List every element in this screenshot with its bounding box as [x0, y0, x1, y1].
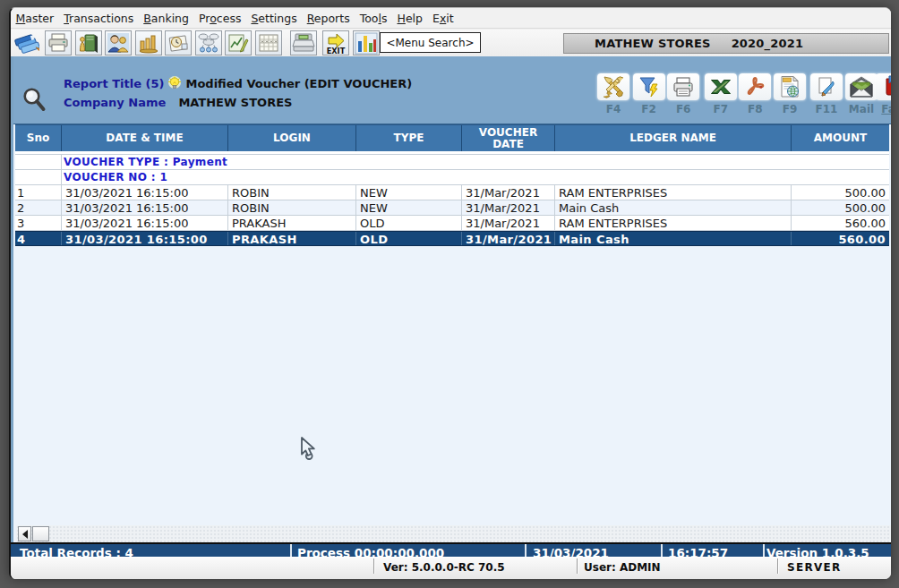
cell-type: NEW	[356, 185, 462, 200]
total-records: Total Records : 4	[20, 546, 133, 558]
group-row-voucher-no[interactable]: VOUCHER NO : 1	[15, 170, 889, 185]
print-report-icon[interactable]	[667, 73, 699, 100]
col-header-sno[interactable]: Sno	[15, 125, 62, 151]
status-bar-primary: Total Records : 4 Process 00:00:00.000 3…	[11, 542, 891, 557]
scrollbar-thumb[interactable]	[32, 526, 49, 541]
cell-sno: 2	[15, 200, 62, 215]
svg-text:EXIT: EXIT	[327, 47, 346, 55]
table-row-3[interactable]: 3 31/03/2021 16:15:00 PRAKASH OLD 31/Mar…	[15, 216, 889, 231]
users-icon[interactable]	[105, 30, 132, 55]
favorites-icon[interactable]	[876, 73, 891, 100]
cell-sno-empty	[15, 170, 62, 184]
report-panel: Report Title (5)Modified Voucher (EDIT V…	[11, 56, 891, 542]
excel-icon[interactable]	[705, 73, 737, 100]
cell-ledger: Main Cash	[555, 200, 792, 215]
scroll-left-button[interactable]	[18, 526, 31, 541]
col-header-voucherdate[interactable]: VOUCHER DATE	[462, 125, 555, 151]
menu-master[interactable]: Master	[11, 9, 59, 28]
scroll-left-arrow-icon	[22, 530, 28, 539]
print-icon[interactable]	[45, 30, 72, 55]
cell-sno-empty	[15, 155, 62, 169]
mail-icon[interactable]	[845, 73, 878, 100]
cell-ledger: Main Cash	[555, 232, 792, 245]
statusbar-separator	[763, 544, 765, 557]
chart-edit-icon[interactable]	[225, 30, 252, 55]
cell-datetime: 31/03/2021 16:15:00	[62, 185, 228, 200]
cell-login: PRAKASH	[228, 232, 356, 245]
table-row-4-selected[interactable]: 4 31/03/2021 16:15:00 PRAKASH OLD 31/Mar…	[15, 231, 889, 246]
fiscal-year: 2020_2021	[732, 37, 804, 50]
action-label-mail: Mail	[845, 103, 878, 115]
cell-datetime: 31/03/2021 16:15:00	[62, 232, 228, 245]
col-header-datetime[interactable]: DATE & TIME	[62, 125, 228, 151]
menu-reports[interactable]: Reports	[302, 9, 355, 28]
table-row-2[interactable]: 2 31/03/2021 16:15:00 ROBIN NEW 31/Mar/2…	[15, 200, 889, 216]
action-label-f4: F4	[597, 103, 629, 115]
cell-login: ROBIN	[228, 200, 356, 215]
menu-exit[interactable]: Exit	[427, 9, 458, 28]
html-doc-icon[interactable]	[774, 73, 806, 100]
menu-settings[interactable]: Settings	[246, 9, 302, 28]
action-label-f9: F9	[774, 103, 806, 115]
group-row-voucher-type[interactable]: VOUCHER TYPE : Payment	[15, 155, 889, 170]
action-label-f6: F6	[667, 103, 699, 115]
menu-bar: Master Transactions Banking Process Sett…	[11, 8, 891, 29]
col-header-login[interactable]: LOGIN	[228, 125, 356, 151]
menu-tools[interactable]: Tools	[355, 9, 392, 28]
cell-amount: 500.00	[792, 185, 889, 200]
group-row-label: VOUCHER NO : 1	[62, 170, 889, 184]
bank-coins-icon[interactable]	[135, 30, 162, 55]
status-time: 16:17:57	[668, 546, 728, 558]
ledger-books-icon[interactable]	[13, 30, 39, 55]
action-label-f11: F11	[810, 103, 843, 115]
bar-chart-icon[interactable]	[353, 30, 380, 55]
cell-sno: 1	[15, 185, 62, 200]
col-header-ledgername[interactable]: LEDGER NAME	[555, 125, 792, 151]
cell-voucher_date: 31/Mar/2021	[462, 185, 555, 200]
menu-transactions[interactable]: Transactions	[59, 9, 139, 28]
report-header-band: Report Title (5)Modified Voucher (EDIT V…	[13, 56, 891, 124]
cell-sno: 3	[15, 216, 62, 230]
menu-search-input[interactable]: <Menu Search>	[380, 32, 481, 53]
cell-amount: 560.00	[792, 232, 889, 245]
col-header-amount[interactable]: AMOUNT	[792, 125, 889, 151]
tools-icon[interactable]	[597, 73, 629, 100]
statusbar2-separator	[577, 558, 578, 574]
cell-datetime: 31/03/2021 16:15:00	[62, 216, 228, 230]
app-window: Master Transactions Banking Process Sett…	[9, 7, 891, 579]
menu-process[interactable]: Process	[193, 9, 245, 28]
menu-help[interactable]: Help	[392, 9, 428, 28]
horizontal-scrollbar[interactable]	[16, 525, 891, 542]
voucher-grid: Sno DATE & TIME LOGIN TYPE VOUCHER DATE …	[15, 124, 889, 246]
statusbar-separator	[661, 544, 663, 557]
edit-doc-icon[interactable]	[810, 73, 843, 100]
cell-amount: 500.00	[792, 200, 889, 215]
photo-album-icon[interactable]	[75, 30, 102, 55]
action-label-f8: F8	[739, 103, 771, 115]
network-icon[interactable]	[195, 30, 222, 55]
menu-banking[interactable]: Banking	[139, 9, 194, 28]
table-row-1[interactable]: 1 31/03/2021 16:15:00 ROBIN NEW 31/Mar/2…	[15, 185, 889, 200]
server-mode: SERVER	[787, 561, 842, 575]
cell-sno: 4	[15, 232, 62, 245]
cell-voucher_date: 31/Mar/2021	[462, 200, 555, 215]
mouse-cursor	[296, 436, 329, 464]
grid-sheet-icon[interactable]	[255, 30, 282, 55]
company-fiscal-box: MATHEW STORES 2020_2021	[563, 33, 889, 54]
col-header-type[interactable]: TYPE	[356, 125, 462, 151]
header-actions: F4 F2 F6 F7 F8 F9 F11 Mail Fav	[13, 56, 891, 124]
cash-register-icon[interactable]	[290, 30, 317, 55]
exit-icon[interactable]: EXIT	[322, 30, 349, 55]
cell-login: PRAKASH	[228, 216, 356, 230]
status-bar-secondary: Ver: 5.0.0.0-RC 70.5 User: ADMIN SERVER	[11, 557, 891, 579]
filter-icon[interactable]	[633, 73, 665, 100]
cell-type: OLD	[356, 216, 462, 230]
cell-amount: 560.00	[792, 216, 889, 230]
grid-header-row: Sno DATE & TIME LOGIN TYPE VOUCHER DATE …	[15, 124, 889, 151]
clock-calendar-icon[interactable]	[165, 30, 192, 55]
pdf-icon[interactable]	[739, 73, 771, 100]
statusbar-separator	[525, 544, 527, 557]
action-label-f7: F7	[705, 103, 737, 115]
cell-datetime: 31/03/2021 16:15:00	[62, 200, 228, 215]
statusbar2-separator	[777, 558, 778, 574]
